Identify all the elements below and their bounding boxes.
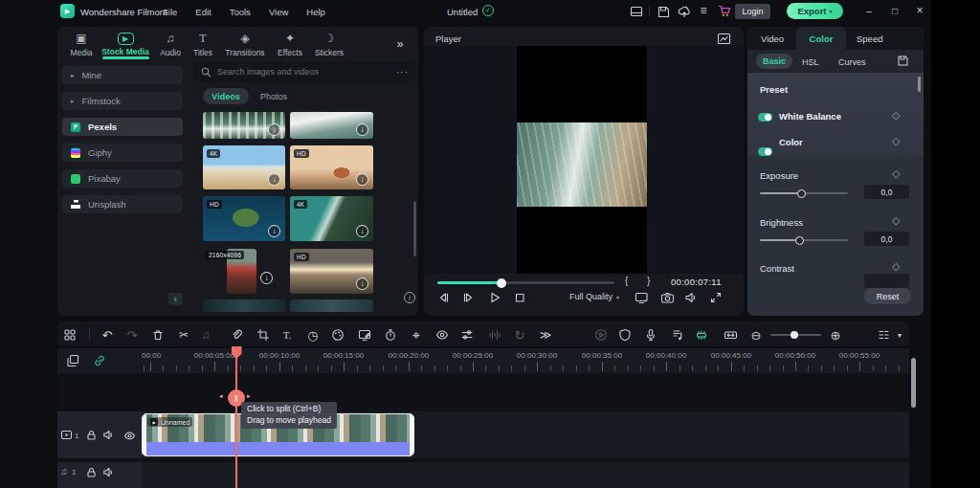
preview-effect-icon[interactable] [433, 326, 452, 344]
subtab-basic[interactable]: Basic [756, 54, 792, 69]
clip-left-handle[interactable] [143, 414, 146, 455]
download-icon[interactable]: ↓ [356, 123, 368, 136]
tab-video[interactable]: Video [761, 33, 784, 44]
seek-knob[interactable] [497, 278, 506, 288]
text-tool-icon[interactable]: T. [278, 326, 297, 344]
tab-speed[interactable]: Speed [857, 33, 882, 44]
hamburger-menu-icon[interactable]: ≡ [697, 3, 710, 18]
sidebar-item-mine[interactable]: ▸ Mine [62, 66, 183, 84]
search-input[interactable] [217, 67, 390, 77]
mirror-display-icon[interactable] [635, 291, 649, 304]
stock-video-van[interactable]: HD ↓ [290, 145, 373, 189]
layout-icon[interactable] [630, 5, 643, 18]
contrast-value[interactable] [864, 274, 909, 288]
keyframe-icon[interactable]: ◇ [892, 215, 900, 226]
play-button[interactable] [488, 291, 501, 304]
motion-tracking-icon[interactable]: ⌖ [407, 326, 426, 344]
download-icon[interactable]: ↓ [356, 225, 368, 237]
info-icon[interactable]: i [404, 292, 415, 303]
hide-track-eye-icon[interactable] [123, 430, 136, 442]
chroma-key-icon[interactable] [355, 326, 374, 344]
keyframe-icon[interactable]: ◇ [892, 261, 900, 272]
lock-icon[interactable] [85, 466, 98, 478]
stock-video-partial-right[interactable] [290, 299, 373, 312]
color-palette-icon[interactable] [328, 326, 347, 344]
save-preset-icon[interactable] [897, 55, 909, 67]
exposure-value[interactable]: 0,0 [864, 185, 909, 199]
tab-stickers[interactable]: ☽ Stickers [302, 32, 356, 57]
timeline-scrollbar[interactable] [911, 358, 916, 408]
close-button[interactable]: × [913, 4, 926, 17]
motion-blur-icon[interactable]: ↻ [510, 326, 529, 344]
split-scissors-icon[interactable]: ✂ [174, 326, 193, 344]
zoom-in-button[interactable]: ⊕ [826, 326, 845, 344]
sidebar-item-filmstock[interactable]: ▸ Filmstock [62, 92, 183, 110]
save-project-icon[interactable] [657, 5, 670, 18]
more-tools-icon[interactable]: ≫ [536, 326, 555, 344]
snapshot-camera-icon[interactable] [660, 291, 675, 304]
adjust-sliders-icon[interactable] [457, 326, 477, 344]
voiceover-mic-icon[interactable] [641, 326, 660, 344]
marker-shield-icon[interactable] [615, 326, 635, 344]
brightness-slider-knob[interactable] [795, 236, 804, 245]
undo-button[interactable]: ↶ [98, 326, 117, 344]
audio-mixer-icon[interactable] [668, 326, 687, 344]
maximize-button[interactable]: □ [888, 4, 902, 17]
download-icon[interactable]: ↓ [268, 225, 280, 237]
reset-button[interactable]: Reset [864, 288, 911, 304]
stopwatch-icon[interactable] [381, 326, 400, 344]
sidebar-item-pexels[interactable]: P Pexels [62, 118, 183, 136]
fullscreen-icon[interactable] [709, 291, 723, 304]
panel-scrollbar[interactable] [918, 77, 921, 92]
upload-cloud-icon[interactable] [678, 5, 691, 18]
auto-link-icon[interactable] [93, 354, 106, 367]
audio-waveform-icon[interactable] [485, 326, 504, 344]
stop-button[interactable] [513, 291, 526, 304]
minimize-button[interactable]: – [862, 4, 876, 17]
next-frame-button[interactable] [462, 291, 476, 304]
download-icon[interactable]: ↓ [268, 173, 280, 186]
stock-video-partial-left[interactable] [203, 299, 285, 312]
keyframe-icon[interactable]: ◇ [892, 168, 900, 179]
media-grid-icon[interactable] [60, 326, 79, 344]
video-preview[interactable] [517, 122, 647, 207]
playhead-line[interactable] [235, 347, 237, 488]
tab-videos[interactable]: Videos [203, 88, 249, 104]
brightness-value[interactable]: 0,0 [864, 232, 909, 246]
sidebar-item-pixabay[interactable]: Pixabay [62, 169, 183, 188]
menu-help[interactable]: Help [306, 7, 325, 17]
mark-in-icon[interactable]: { [625, 276, 628, 286]
redo-button[interactable]: ↷ [122, 326, 142, 344]
seek-bar[interactable] [437, 281, 614, 284]
brightness-slider[interactable] [760, 239, 848, 241]
manage-tracks-caret-icon[interactable]: ▾ [890, 326, 909, 344]
search-overflow-icon[interactable]: ··· [396, 67, 409, 78]
download-icon[interactable]: ↓ [356, 277, 368, 290]
stock-video-beach[interactable]: 4K ↓ [203, 145, 285, 189]
search-bar[interactable]: ··· [193, 62, 416, 81]
volume-icon[interactable] [684, 291, 698, 304]
quality-dropdown[interactable]: Full Quality ▾ [569, 292, 619, 301]
stock-video-wave[interactable]: ↓ [290, 112, 373, 139]
auto-ripple-icon[interactable] [692, 326, 711, 344]
zoom-to-fit-icon[interactable] [721, 326, 740, 344]
delete-icon[interactable] [148, 326, 167, 344]
menu-tools[interactable]: Tools [230, 7, 251, 17]
download-icon[interactable]: ↓ [356, 173, 368, 186]
stock-video-coast[interactable]: 4K ↓ [290, 196, 373, 241]
mute-speaker-icon[interactable] [102, 429, 115, 441]
render-preview-icon[interactable] [591, 326, 611, 344]
tab-color[interactable]: Color [796, 27, 846, 50]
audio-track-lane[interactable] [57, 462, 909, 488]
stock-video-waterfall[interactable]: ↓ [203, 112, 285, 139]
login-button[interactable]: Login [735, 4, 770, 19]
link-clip-icon[interactable] [227, 326, 246, 344]
timeline-zoom-knob[interactable] [791, 331, 798, 339]
duplicate-icon[interactable] [66, 354, 79, 367]
export-button[interactable]: Export ▾ [787, 3, 843, 19]
lock-icon[interactable] [85, 429, 98, 441]
download-icon[interactable]: ↓ [260, 272, 273, 284]
mark-out-icon[interactable]: } [647, 276, 650, 286]
crop-icon[interactable] [254, 326, 273, 344]
more-tabs-button[interactable]: » [390, 34, 410, 54]
